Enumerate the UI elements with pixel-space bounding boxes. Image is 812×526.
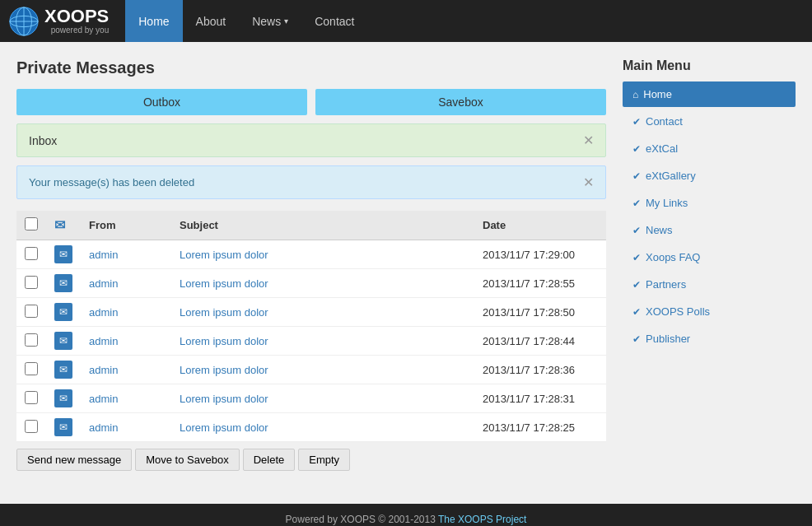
table-row: ✉ admin Lorem ipsum dolor 2013/11/7 17:2… — [16, 356, 606, 384]
sidebar-item-extgallery[interactable]: ✔ eXtGallery — [623, 163, 796, 189]
header-subject: Subject — [171, 211, 474, 240]
envelope-icon: ✉ — [54, 245, 72, 263]
row-checkbox[interactable] — [25, 276, 38, 289]
sidebar-item-contact[interactable]: ✔ Contact — [623, 109, 796, 134]
sidebar-item-extcal[interactable]: ✔ eXtCal — [623, 136, 796, 161]
row-checkbox[interactable] — [25, 362, 38, 375]
subject-link[interactable]: Lorem ipsum dolor — [180, 277, 268, 290]
empty-button[interactable]: Empty — [298, 449, 350, 471]
row-date: 2013/11/7 17:28:36 — [474, 356, 606, 384]
from-link[interactable]: admin — [89, 277, 118, 290]
sidebar-item-label: News — [646, 224, 673, 236]
nav-link-news[interactable]: News ▾ — [239, 0, 301, 42]
from-link[interactable]: admin — [89, 421, 118, 434]
row-icon-cell: ✉ — [46, 240, 81, 269]
subject-link[interactable]: Lorem ipsum dolor — [180, 421, 268, 434]
row-checkbox[interactable] — [25, 333, 38, 347]
send-new-message-button[interactable]: Send new message — [16, 449, 132, 471]
savebox-button[interactable]: Savebox — [315, 89, 606, 115]
sidebar-item-partners[interactable]: ✔ Partners — [623, 272, 796, 297]
row-icon-cell: ✉ — [46, 327, 81, 356]
row-date: 2013/11/7 17:28:25 — [474, 413, 606, 442]
check-icon: ✔ — [632, 306, 641, 318]
sidebar-link[interactable]: ⌂ Home — [623, 81, 796, 107]
content-area: Private Messages Outbox Savebox Inbox ✕ … — [16, 58, 606, 471]
from-link[interactable]: admin — [89, 249, 118, 261]
sidebar-link[interactable]: ✔ Publisher — [623, 326, 796, 351]
table-row: ✉ admin Lorem ipsum dolor 2013/11/7 17:2… — [16, 298, 606, 327]
nav-link-home[interactable]: Home — [125, 0, 182, 42]
sidebar-item-news[interactable]: ✔ News — [623, 217, 796, 243]
row-checkbox-cell — [16, 384, 46, 413]
nav-item-news[interactable]: News ▾ — [239, 0, 301, 42]
outbox-button[interactable]: Outbox — [16, 89, 307, 115]
sidebar-item-xoops-polls[interactable]: ✔ XOOPS Polls — [623, 299, 796, 324]
envelope-icon: ✉ — [54, 418, 72, 436]
row-checkbox-cell — [16, 413, 46, 442]
subject-link[interactable]: Lorem ipsum dolor — [180, 249, 268, 261]
sidebar-menu: ⌂ Home ✔ Contact ✔ eXtCal ✔ eXtGallery ✔… — [623, 81, 796, 351]
subject-link[interactable]: Lorem ipsum dolor — [180, 335, 268, 347]
row-checkbox[interactable] — [25, 247, 38, 260]
nav-link-about[interactable]: About — [183, 0, 240, 42]
row-checkbox[interactable] — [25, 420, 38, 433]
sidebar-link[interactable]: ✔ XOOPS Polls — [623, 299, 796, 324]
footer-link[interactable]: The XOOPS Project — [438, 514, 526, 525]
sidebar-link[interactable]: ✔ Xoops FAQ — [623, 244, 796, 270]
main-container: Private Messages Outbox Savebox Inbox ✕ … — [0, 42, 812, 487]
sidebar-link[interactable]: ✔ eXtCal — [623, 136, 796, 161]
inbox-bar: Inbox ✕ — [16, 123, 606, 157]
nav-item-contact[interactable]: Contact — [301, 0, 367, 42]
nav-link-contact[interactable]: Contact — [301, 0, 367, 42]
select-all-checkbox[interactable] — [25, 217, 38, 230]
row-from: admin — [81, 413, 171, 442]
row-subject: Lorem ipsum dolor — [171, 327, 474, 356]
row-checkbox-cell — [16, 269, 46, 298]
sidebar-item-publisher[interactable]: ✔ Publisher — [623, 326, 796, 351]
subject-link[interactable]: Lorem ipsum dolor — [180, 393, 268, 405]
row-date: 2013/11/7 17:28:44 — [474, 327, 606, 356]
row-from: admin — [81, 356, 171, 384]
sidebar-link[interactable]: ✔ Partners — [623, 272, 796, 297]
mailbox-btn-row: Outbox Savebox — [16, 89, 606, 115]
sidebar-item-xoops-faq[interactable]: ✔ Xoops FAQ — [623, 244, 796, 270]
row-checkbox-cell — [16, 356, 46, 384]
delete-button[interactable]: Delete — [243, 449, 296, 471]
header-icon-cell: ✉ — [46, 211, 81, 240]
sidebar-link[interactable]: ✔ eXtGallery — [623, 163, 796, 189]
from-link[interactable]: admin — [89, 393, 118, 405]
row-from: admin — [81, 298, 171, 327]
row-checkbox-cell — [16, 327, 46, 356]
sidebar-link[interactable]: ✔ My Links — [623, 190, 796, 216]
row-subject: Lorem ipsum dolor — [171, 240, 474, 269]
nav-item-home[interactable]: Home — [125, 0, 182, 42]
row-icon-cell: ✉ — [46, 413, 81, 442]
sidebar-link[interactable]: ✔ News — [623, 217, 796, 243]
row-checkbox[interactable] — [25, 305, 38, 318]
from-link[interactable]: admin — [89, 335, 118, 347]
table-row: ✉ admin Lorem ipsum dolor 2013/11/7 17:2… — [16, 240, 606, 269]
from-link[interactable]: admin — [89, 364, 118, 376]
footer: Powered by XOOPS © 2001-2013 The XOOPS P… — [0, 504, 812, 526]
sidebar-link[interactable]: ✔ Contact — [623, 109, 796, 134]
sidebar-item-home[interactable]: ⌂ Home — [623, 81, 796, 107]
check-icon: ✔ — [632, 252, 641, 263]
nav-item-about[interactable]: About — [183, 0, 240, 42]
row-subject: Lorem ipsum dolor — [171, 384, 474, 413]
sidebar-item-my-links[interactable]: ✔ My Links — [623, 190, 796, 216]
row-icon-cell: ✉ — [46, 298, 81, 327]
alert-close-icon[interactable]: ✕ — [583, 175, 594, 190]
row-subject: Lorem ipsum dolor — [171, 413, 474, 442]
row-checkbox[interactable] — [25, 391, 38, 404]
messages-table: ✉ From Subject Date ✉ admin Lorem ipsu — [16, 211, 606, 442]
inbox-close-icon[interactable]: ✕ — [583, 133, 594, 148]
subject-link[interactable]: Lorem ipsum dolor — [180, 306, 268, 319]
table-header-row: ✉ From Subject Date — [16, 211, 606, 240]
subject-link[interactable]: Lorem ipsum dolor — [180, 364, 268, 376]
move-to-savebox-button[interactable]: Move to Savebox — [135, 449, 239, 471]
sidebar-item-label: Xoops FAQ — [646, 251, 700, 263]
check-icon: ✔ — [632, 225, 641, 236]
row-subject: Lorem ipsum dolor — [171, 269, 474, 298]
check-icon: ✔ — [632, 143, 641, 155]
from-link[interactable]: admin — [89, 306, 118, 319]
